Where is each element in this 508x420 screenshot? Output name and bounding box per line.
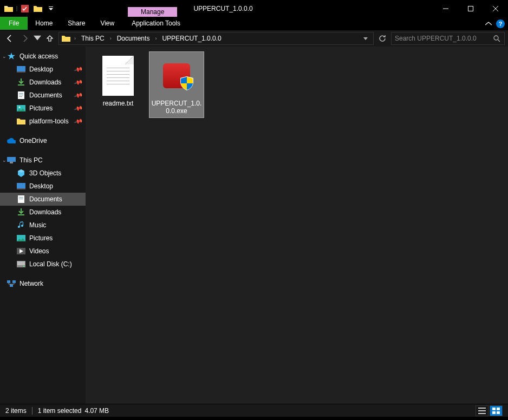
tree-item-downloads-pc[interactable]: Downloads bbox=[0, 206, 86, 219]
ribbon-tab-share[interactable]: Share bbox=[60, 17, 93, 30]
nav-up-button[interactable] bbox=[43, 32, 56, 45]
search-input[interactable] bbox=[395, 35, 492, 42]
exe-file-icon bbox=[155, 54, 198, 97]
svg-rect-9 bbox=[19, 96, 22, 97]
ribbon-tab-home[interactable]: Home bbox=[28, 17, 60, 30]
documents-icon bbox=[16, 91, 26, 100]
tree-item-downloads[interactable]: Downloads 📌 bbox=[0, 76, 86, 89]
onedrive-icon bbox=[6, 136, 16, 145]
music-icon bbox=[16, 221, 26, 229]
pin-icon: 📌 bbox=[74, 77, 84, 87]
nav-forward-button[interactable] bbox=[18, 32, 31, 45]
explorer-body: ⌄ Quick access Desktop 📌 Downloads 📌 Doc… bbox=[0, 47, 508, 404]
svg-rect-2 bbox=[468, 6, 473, 11]
qat-new-folder-icon[interactable] bbox=[31, 0, 44, 17]
pictures-icon bbox=[16, 104, 26, 113]
svg-rect-17 bbox=[19, 197, 23, 198]
ribbon-collapse-icon[interactable] bbox=[485, 20, 492, 28]
desktop-icon bbox=[16, 65, 26, 74]
tree-item-documents[interactable]: Documents 📌 bbox=[0, 89, 86, 102]
refresh-button[interactable] bbox=[376, 32, 389, 45]
tree-item-music[interactable]: Music bbox=[0, 219, 86, 232]
tree-item-3d-objects[interactable]: 3D Objects bbox=[0, 167, 86, 180]
tree-item-videos[interactable]: Videos bbox=[0, 245, 86, 258]
minimize-button[interactable] bbox=[433, 0, 458, 17]
tree-this-pc[interactable]: ⌄ This PC bbox=[0, 154, 86, 167]
tree-label: Downloads bbox=[29, 78, 61, 86]
tree-label: This PC bbox=[19, 156, 43, 164]
svg-rect-27 bbox=[478, 408, 486, 409]
status-bar: 2 items 1 item selected 4.07 MB bbox=[0, 404, 508, 417]
view-large-icons-button[interactable] bbox=[490, 405, 503, 416]
window-controls bbox=[433, 0, 508, 17]
address-history-dropdown[interactable] bbox=[360, 36, 371, 42]
tree-label: Videos bbox=[29, 247, 49, 255]
svg-rect-1 bbox=[49, 6, 53, 7]
tree-item-pictures[interactable]: Pictures 📌 bbox=[0, 102, 86, 115]
pin-icon: 📌 bbox=[74, 116, 84, 126]
svg-rect-31 bbox=[497, 408, 500, 410]
help-icon[interactable]: ? bbox=[496, 19, 505, 28]
breadcrumb-segment-this-pc[interactable]: This PC› bbox=[79, 35, 114, 42]
qat-folder-icon[interactable] bbox=[2, 0, 15, 17]
svg-rect-13 bbox=[10, 162, 13, 163]
nav-back-button[interactable] bbox=[3, 32, 16, 45]
expand-icon[interactable]: ⌄ bbox=[1, 54, 8, 59]
qat-customize-icon[interactable] bbox=[44, 0, 57, 17]
tree-item-local-disk[interactable]: Local Disk (C:) bbox=[0, 258, 86, 271]
svg-rect-12 bbox=[7, 157, 16, 162]
svg-rect-32 bbox=[492, 411, 496, 414]
window-title: UPPERCUT_1.0.0.0 bbox=[177, 0, 252, 17]
uac-shield-icon bbox=[180, 76, 193, 90]
status-size: 4.07 MB bbox=[81, 407, 109, 415]
file-list[interactable]: readme.txt UPPERCUT_1.0.0.0.exe bbox=[86, 47, 508, 404]
tree-label: Documents bbox=[29, 195, 62, 203]
disk-icon bbox=[16, 260, 26, 268]
svg-rect-22 bbox=[17, 261, 25, 265]
tree-item-desktop-pc[interactable]: Desktop bbox=[0, 180, 86, 193]
tree-label: Pictures bbox=[29, 104, 53, 112]
breadcrumb-segment-current[interactable]: UPPERCUT_1.0.0.0 bbox=[160, 35, 223, 42]
ribbon-tab-file[interactable]: File bbox=[0, 17, 28, 30]
pictures-icon bbox=[16, 234, 26, 242]
close-button[interactable] bbox=[483, 0, 508, 17]
nav-recent-dropdown[interactable] bbox=[34, 32, 41, 45]
file-label: readme.txt bbox=[92, 100, 144, 107]
breadcrumb-chevron-root[interactable]: › bbox=[72, 36, 78, 41]
view-details-button[interactable] bbox=[476, 405, 489, 416]
tree-label: 3D Objects bbox=[29, 169, 61, 177]
search-box[interactable] bbox=[391, 32, 505, 45]
context-tab-manage[interactable]: Manage bbox=[128, 7, 177, 17]
file-item-readme[interactable]: readme.txt bbox=[91, 52, 145, 109]
ribbon-tab-view[interactable]: View bbox=[93, 17, 122, 30]
svg-rect-24 bbox=[7, 280, 10, 283]
qat-properties-icon[interactable] bbox=[18, 0, 31, 17]
address-folder-icon bbox=[61, 34, 71, 43]
tree-label: platform-tools bbox=[29, 117, 69, 125]
maximize-button[interactable] bbox=[458, 0, 483, 17]
network-icon bbox=[6, 279, 16, 288]
download-icon bbox=[16, 208, 26, 216]
svg-rect-4 bbox=[17, 66, 25, 71]
svg-rect-29 bbox=[478, 413, 486, 414]
tree-item-desktop[interactable]: Desktop 📌 bbox=[0, 63, 86, 76]
search-icon[interactable] bbox=[492, 35, 501, 42]
tree-item-documents-pc[interactable]: Documents bbox=[0, 193, 86, 206]
tree-item-platform-tools[interactable]: platform-tools 📌 bbox=[0, 115, 86, 128]
expand-icon[interactable]: ⌄ bbox=[1, 158, 8, 163]
tree-quick-access[interactable]: ⌄ Quick access bbox=[0, 50, 86, 63]
ribbon-tab-application-tools[interactable]: Application Tools bbox=[124, 17, 188, 30]
file-item-uppercut-exe[interactable]: UPPERCUT_1.0.0.0.exe bbox=[149, 52, 204, 117]
tree-label: Pictures bbox=[29, 234, 53, 242]
tree-item-pictures-pc[interactable]: Pictures bbox=[0, 232, 86, 245]
tree-label: Downloads bbox=[29, 208, 61, 216]
address-bar[interactable]: › This PC› Documents› UPPERCUT_1.0.0.0 bbox=[58, 32, 374, 45]
breadcrumb-segment-documents[interactable]: Documents› bbox=[115, 35, 159, 42]
pin-icon: 📌 bbox=[74, 64, 84, 74]
svg-point-3 bbox=[494, 36, 498, 40]
tree-network[interactable]: Network bbox=[0, 277, 86, 290]
tree-label: Desktop bbox=[29, 65, 53, 73]
tree-onedrive[interactable]: OneDrive bbox=[0, 134, 86, 147]
svg-rect-28 bbox=[478, 410, 486, 411]
status-separator bbox=[32, 407, 32, 415]
